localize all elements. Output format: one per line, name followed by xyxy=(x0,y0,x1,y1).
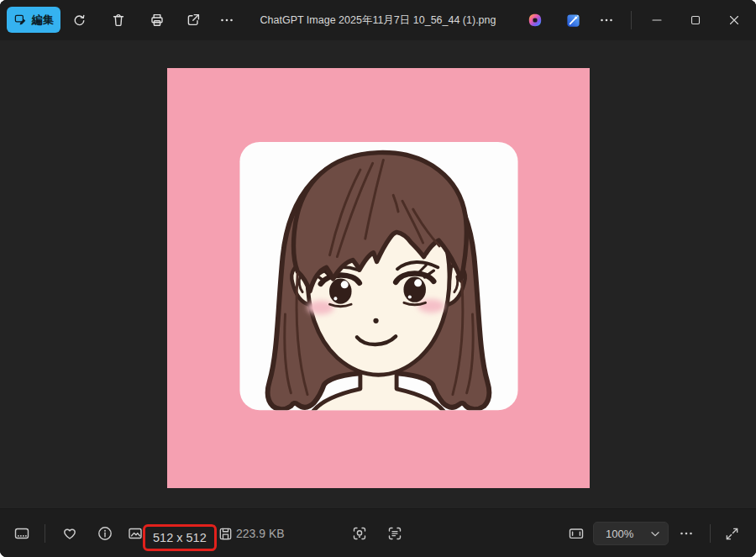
close-icon xyxy=(729,15,739,25)
close-button[interactable] xyxy=(715,0,753,40)
file-size-value: 223.9 KB xyxy=(236,509,285,557)
photo-canvas xyxy=(0,0,756,557)
statusbar: 512 x 512 223.9 KB xyxy=(0,508,756,557)
rotate-button[interactable] xyxy=(64,5,94,35)
titlebar-more-button[interactable] xyxy=(591,5,622,35)
designer-button[interactable] xyxy=(558,5,588,35)
dimensions-annotation-box: 512 x 512 xyxy=(143,524,217,551)
edit-button-label: 編集 xyxy=(32,13,54,28)
filmstrip-icon xyxy=(13,525,30,542)
info-icon xyxy=(97,525,113,542)
more-dots-icon xyxy=(218,12,235,29)
file-info-button[interactable] xyxy=(91,520,119,547)
fit-to-window-icon xyxy=(568,525,585,542)
edit-button[interactable]: 編集 xyxy=(7,7,60,33)
portrait-illustration xyxy=(167,68,590,488)
share-button[interactable] xyxy=(178,5,208,35)
zoom-level-value: 100% xyxy=(606,528,633,540)
statusbar-separator-left xyxy=(45,524,45,543)
designer-icon xyxy=(565,13,581,29)
print-icon xyxy=(149,12,165,29)
text-actions-button[interactable] xyxy=(381,520,409,547)
photos-app-window: 編集 xyxy=(0,0,756,557)
trash-icon xyxy=(110,12,127,29)
zoom-level-dropdown[interactable]: 100% xyxy=(593,522,669,545)
image-dimensions-value: 512 x 512 xyxy=(153,531,207,544)
maximize-button[interactable] xyxy=(676,0,715,40)
more-dots-icon xyxy=(598,12,615,29)
minimize-button[interactable] xyxy=(638,0,676,40)
titlebar-separator xyxy=(631,11,632,29)
file-size-icon xyxy=(211,520,239,547)
copilot-button[interactable] xyxy=(520,5,550,35)
fit-to-window-button[interactable] xyxy=(562,520,591,547)
copilot-icon xyxy=(527,12,543,29)
chevron-down-icon xyxy=(651,530,659,538)
share-icon xyxy=(185,12,202,29)
fullscreen-icon xyxy=(724,526,740,542)
fullscreen-button[interactable] xyxy=(717,520,746,547)
print-button[interactable] xyxy=(142,5,172,35)
toolbar-more-button[interactable] xyxy=(212,5,242,35)
maximize-icon xyxy=(690,15,701,25)
favorite-button[interactable] xyxy=(55,520,84,547)
visual-search-button[interactable] xyxy=(345,520,374,547)
statusbar-separator-right xyxy=(710,524,711,543)
heart-icon xyxy=(61,525,78,542)
more-dots-icon xyxy=(678,525,695,542)
delete-button[interactable] xyxy=(103,5,134,35)
minimize-icon xyxy=(652,15,662,25)
titlebar: 編集 xyxy=(0,0,756,40)
text-actions-icon xyxy=(386,525,403,542)
rotate-icon xyxy=(71,12,87,29)
visual-search-icon xyxy=(351,525,368,542)
statusbar-more-button[interactable] xyxy=(672,520,701,547)
photo-viewer-image xyxy=(167,68,590,488)
filmstrip-toggle-button[interactable] xyxy=(8,520,36,547)
edit-image-icon xyxy=(13,13,28,27)
